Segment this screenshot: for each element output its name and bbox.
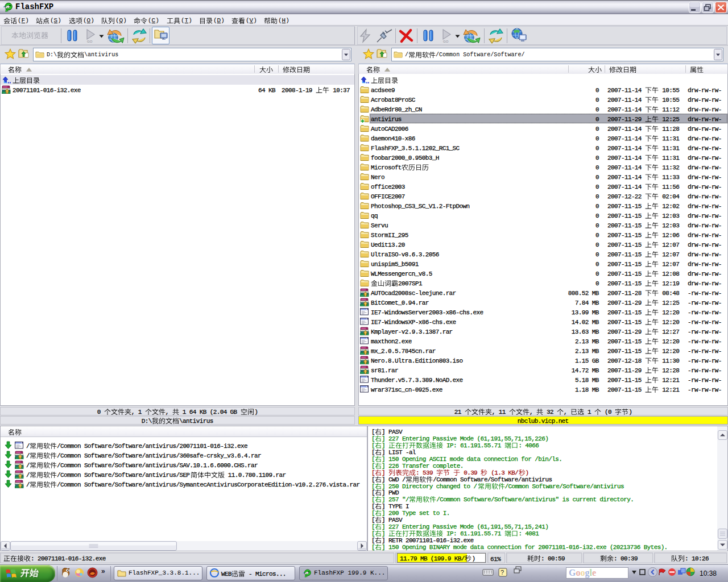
svg-text:GO: GO xyxy=(443,40,449,43)
svg-text:?: ? xyxy=(500,569,504,576)
svg-text:GO: GO xyxy=(87,40,93,43)
